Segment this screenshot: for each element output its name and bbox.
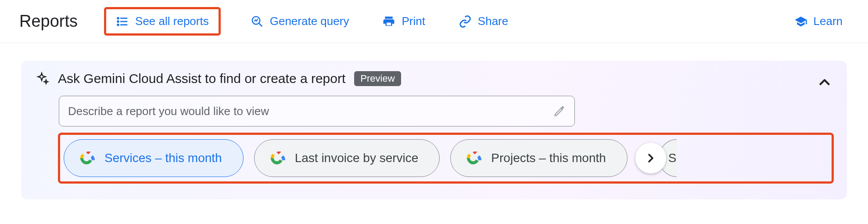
sparkle-icon	[34, 71, 49, 86]
chip-last-invoice-by-service[interactable]: Last invoice by service	[254, 139, 440, 177]
google-cloud-icon	[269, 152, 285, 165]
svg-point-0	[118, 18, 119, 19]
chevron-up-icon	[816, 74, 833, 90]
scroll-next-button[interactable]	[635, 143, 666, 173]
print-label: Print	[402, 14, 425, 28]
report-description-input[interactable]	[68, 105, 553, 118]
preview-badge: Preview	[354, 71, 401, 86]
svg-point-4	[118, 24, 119, 25]
svg-line-7	[259, 23, 262, 26]
magic-pencil-icon	[553, 105, 566, 117]
chip-label: Projects – this month	[491, 151, 606, 165]
highlight-suggestion-chips: Services – this month Last invoice by se…	[58, 133, 834, 184]
gemini-assist-panel: Ask Gemini Cloud Assist to find or creat…	[21, 61, 847, 199]
top-toolbar: Reports See all reports Generate query P…	[0, 0, 868, 43]
panel-header: Ask Gemini Cloud Assist to find or creat…	[34, 71, 834, 86]
print-icon	[382, 15, 395, 28]
share-label: Share	[478, 14, 508, 28]
link-icon	[459, 15, 472, 28]
page-title: Reports	[19, 12, 78, 31]
svg-point-2	[118, 21, 119, 22]
google-cloud-icon	[78, 152, 95, 165]
panel-container: Ask Gemini Cloud Assist to find or creat…	[0, 43, 868, 199]
chip-projects-this-month[interactable]: Projects – this month	[450, 139, 627, 177]
highlight-see-all: See all reports	[104, 7, 221, 36]
generate-query-label: Generate query	[270, 14, 349, 28]
panel-title: Ask Gemini Cloud Assist to find or creat…	[58, 71, 345, 86]
chip-label: Services – this month	[104, 151, 222, 165]
graduation-cap-icon	[794, 15, 807, 28]
input-row	[34, 96, 834, 126]
see-all-reports-button[interactable]: See all reports	[108, 10, 217, 33]
learn-button[interactable]: Learn	[786, 10, 851, 33]
chip-peek-label: S	[668, 151, 677, 165]
print-button[interactable]: Print	[374, 10, 433, 33]
chevron-right-icon	[644, 151, 658, 165]
google-cloud-icon	[465, 152, 481, 165]
learn-label: Learn	[814, 14, 843, 28]
share-button[interactable]: Share	[451, 10, 516, 33]
list-icon	[116, 15, 129, 28]
generate-query-button[interactable]: Generate query	[243, 10, 357, 33]
report-input-container[interactable]	[59, 96, 575, 126]
collapse-button[interactable]	[816, 74, 833, 92]
see-all-reports-label: See all reports	[135, 14, 209, 28]
chip-services-this-month[interactable]: Services – this month	[64, 139, 244, 177]
chip-label: Last invoice by service	[295, 151, 419, 165]
query-stats-icon	[251, 15, 264, 28]
